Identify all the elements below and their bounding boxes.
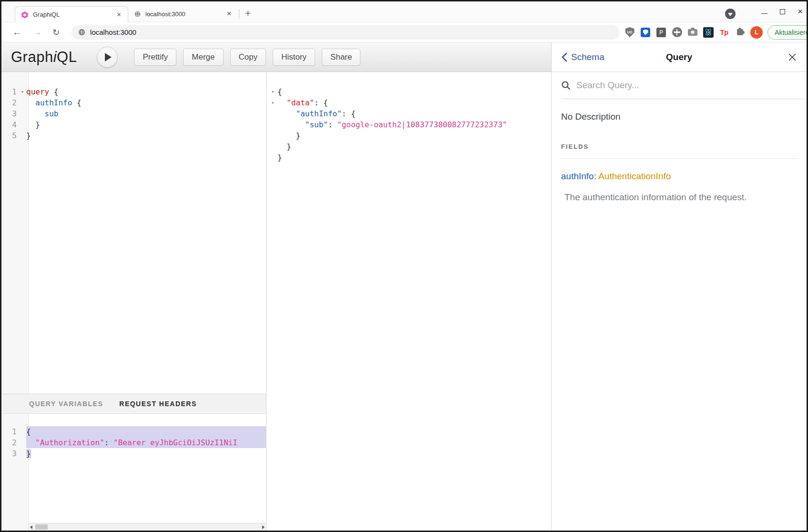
tab-graphiql[interactable]: GraphiQL × [15, 6, 128, 22]
docs-back-link[interactable]: Schema [561, 52, 604, 62]
history-button[interactable]: History [273, 49, 315, 66]
graphiql-logo: GraphiQL [11, 49, 77, 66]
browser-window: GraphiQL × localhost:3000 × + × ← → ↻ lo… [0, 0, 808, 532]
docs-panel: Schema Query No Description FIELDS authI… [551, 42, 807, 531]
query-editor[interactable]: 1▾query {2 authInfo {3 sub4 }5} [1, 72, 266, 394]
toolbar-buttons: Prettify Merge Copy History Share [134, 49, 360, 66]
prettify-button[interactable]: Prettify [134, 49, 176, 66]
browser-toolbar: ← → ↻ localhost:3000 UO P Tp L Aktualisi… [1, 22, 807, 42]
camera-icon[interactable] [687, 27, 698, 38]
docs-back-label: Schema [571, 52, 604, 62]
p-extension-icon[interactable]: P [655, 27, 667, 38]
code-line: ▾{ [266, 86, 551, 97]
minimize-button[interactable] [761, 13, 767, 14]
result-viewer: ▾{▾ "data": { "authInfo": { "sub": "goog… [266, 72, 551, 531]
line-number: 1 [1, 86, 19, 97]
code-line: 2 "Authorization": "Bearer eyJhbGciOiJSU… [1, 437, 266, 448]
code-text: "Authorization": "Bearer eyJhbGciOiJSUzI… [26, 437, 266, 448]
code-line: 3 sub [1, 108, 266, 119]
code-text: { [276, 86, 551, 97]
code-line: } [266, 130, 551, 141]
forward-icon[interactable]: → [27, 27, 47, 38]
request-headers-editor[interactable]: 1{2 "Authorization": "Bearer eyJhbGciOiJ… [1, 414, 266, 523]
fold-gutter [19, 97, 26, 108]
tab-localhost[interactable]: localhost:3000 × [128, 6, 238, 22]
code-text: } [276, 152, 551, 163]
code-line: 5} [1, 130, 266, 141]
code-text: "sub": "google-oauth2|108377380082777232… [276, 119, 551, 130]
ublock-label: UO [627, 31, 633, 34]
play-icon [105, 53, 112, 61]
line-number: 1 [1, 426, 19, 437]
docs-close-icon[interactable] [788, 52, 797, 62]
tp-icon[interactable]: Tp [718, 27, 730, 38]
line-number: 5 [1, 130, 19, 141]
tab-close-icon[interactable]: × [115, 11, 123, 19]
globe-icon [78, 29, 85, 36]
docs-header: Schema Query [552, 42, 807, 72]
tab-separator [239, 9, 239, 19]
fold-gutter [269, 130, 276, 141]
window-controls: × [725, 4, 803, 19]
field-colon: : [594, 171, 596, 181]
share-button[interactable]: Share [322, 49, 360, 66]
graphiql-app: GraphiQL Prettify Merge Copy History Sha… [1, 42, 807, 531]
bottom-tabs: QUERY VARIABLES REQUEST HEADERS [1, 394, 266, 414]
chevron-left-icon [561, 52, 567, 62]
execute-button[interactable] [97, 47, 118, 68]
code-line: } [266, 141, 551, 152]
close-window-button[interactable]: × [798, 9, 803, 15]
code-text: } [276, 141, 551, 152]
fold-gutter [269, 108, 276, 119]
fold-toggle-icon[interactable]: ▾ [19, 86, 26, 97]
new-tab-button[interactable]: + [242, 8, 256, 22]
code-line: 1{ [1, 426, 266, 437]
horizontal-scrollbar [1, 523, 266, 531]
bitwarden-icon[interactable] [640, 27, 651, 38]
scrollbar-left-arrow-icon[interactable] [30, 525, 32, 529]
code-line: ▾ "data": { [266, 97, 551, 108]
code-text: query { [26, 86, 266, 97]
fold-toggle-icon[interactable]: ▾ [269, 86, 276, 97]
docs-search-row [561, 72, 807, 99]
field-type-link[interactable]: AuthenticationInfo [598, 171, 671, 181]
update-button[interactable]: Aktualisieren [767, 25, 808, 40]
tab-request-headers[interactable]: REQUEST HEADERS [119, 400, 197, 408]
code-text: } [26, 119, 266, 130]
fields-heading: FIELDS [561, 143, 797, 150]
back-icon[interactable]: ← [7, 27, 27, 38]
profile-avatar[interactable]: L [750, 26, 763, 39]
fold-gutter [269, 119, 276, 130]
field-row: authInfo: AuthenticationInfo [561, 171, 797, 182]
address-bar[interactable]: localhost:3000 [72, 25, 620, 40]
tab-strip: GraphiQL × localhost:3000 × + × [1, 1, 807, 22]
fold-gutter [19, 448, 26, 459]
code-text: "data": { [276, 97, 551, 108]
reload-icon[interactable]: ↻ [47, 27, 65, 38]
field-name-link[interactable]: authInfo [561, 171, 594, 181]
code-text: "authInfo": { [276, 108, 551, 119]
ublock-origin-icon[interactable]: UO [624, 27, 635, 38]
fold-toggle-icon[interactable]: ▾ [269, 97, 276, 108]
copy-button[interactable]: Copy [230, 49, 266, 66]
scrollbar-track[interactable] [29, 523, 266, 531]
scrollbar-thumb[interactable] [35, 524, 48, 530]
tab-query-variables[interactable]: QUERY VARIABLES [29, 400, 103, 408]
react-devtools-icon[interactable] [703, 27, 714, 38]
code-line: } [266, 152, 551, 163]
crosshair-icon[interactable] [671, 27, 683, 38]
maximize-button[interactable] [780, 9, 785, 14]
line-number: 4 [1, 119, 19, 130]
scrollbar-right-arrow-icon[interactable] [262, 525, 265, 529]
code-text: authInfo { [26, 97, 266, 108]
download-status-icon[interactable] [725, 9, 736, 19]
tab-title: localhost:3000 [145, 10, 225, 18]
address-url: localhost:3000 [90, 28, 136, 36]
line-number: 3 [1, 448, 19, 459]
fold-gutter [269, 141, 276, 152]
docs-search-input[interactable] [576, 80, 807, 91]
tab-close-icon[interactable]: × [225, 10, 233, 18]
merge-button[interactable]: Merge [183, 49, 223, 66]
extensions-puzzle-icon[interactable] [734, 27, 746, 38]
code-line: 3} [1, 448, 266, 459]
